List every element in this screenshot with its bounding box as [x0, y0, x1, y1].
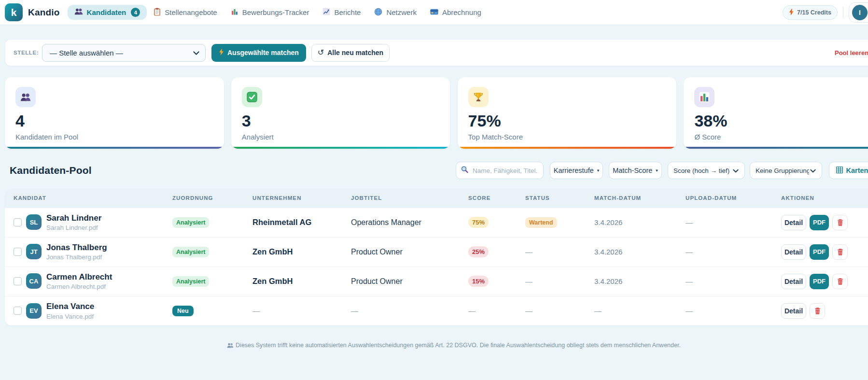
delete-button[interactable] [832, 274, 848, 289]
zuordnung-badge: Analysiert [172, 276, 209, 287]
trash-icon [837, 249, 843, 255]
candidate-avatar: SL [26, 214, 42, 230]
filter-karrierestufe-button[interactable]: Karrierestufe ▾ [550, 162, 603, 179]
stat-label: Top Match-Score [468, 133, 666, 141]
detail-button[interactable]: Detail [781, 215, 806, 230]
delete-button[interactable] [810, 303, 825, 319]
stat-value: 4 [15, 113, 213, 129]
logo-letter: k [11, 7, 17, 18]
bar-chart-icon [231, 8, 238, 17]
clear-pool-button[interactable]: Pool leeren [835, 49, 868, 56]
sort-select[interactable]: Score (hoch → tief) [668, 162, 745, 179]
candidate-row-elena-vance: EV Elena Vance Elena Vance.pdf Neu — — —… [5, 296, 868, 325]
status-value: — [525, 277, 532, 285]
users-icon [15, 87, 36, 107]
lightning-icon [219, 48, 224, 57]
nav-item-kandidaten[interactable]: Kandidaten 4 [68, 5, 147, 20]
trophy-icon [468, 87, 489, 107]
nav-item-bewerbungs-tracker[interactable]: Bewerbungs-Tracker [224, 5, 316, 20]
nav-item-label: Stellenangebote [165, 8, 217, 16]
upload-date: — [686, 307, 693, 315]
nav-item-label: Berichte [334, 8, 361, 16]
topbar-divider [843, 7, 843, 18]
candidate-row-jonas-thalberg: JT Jonas Thalberg Jonas Thalberg.pdf Ana… [5, 237, 868, 267]
stat-accent-bar [458, 147, 677, 149]
pool-title: Kandidaten-Pool [10, 165, 92, 176]
topbar: k Kandio Kandidaten 4 Stellenangebote [0, 0, 868, 25]
candidates-table: KANDIDAT ZUORDNUNG UNTERNEHMEN JOBTITEL … [5, 189, 868, 325]
trash-icon [837, 219, 843, 226]
match-date: 3.4.2026 [594, 248, 622, 256]
nav-item-stellenangebote[interactable]: Stellenangebote [147, 5, 224, 20]
view-karten-button[interactable]: Karten [829, 162, 868, 179]
search-input[interactable] [456, 162, 544, 179]
stat-label: Ø Score [694, 133, 868, 141]
col-header-status: STATUS [525, 189, 594, 208]
trash-icon [837, 278, 843, 285]
stat-accent-bar [5, 147, 224, 149]
stat-card-avg-score: 38% Ø Score [684, 77, 868, 149]
app-logo[interactable]: k [5, 3, 23, 21]
view-karten-label: Karten [846, 167, 868, 174]
nav-item-abrechnung[interactable]: Abrechnung [423, 5, 488, 19]
candidates-table-card: KANDIDAT ZUORDNUNG UNTERNEHMEN JOBTITEL … [5, 189, 868, 325]
rematch-all-button[interactable]: ↺ Alle neu matchen [311, 44, 390, 62]
credit-card-icon [430, 8, 438, 16]
stats-row: 4 Kandidaten im Pool 3 Analysiert 75% To… [5, 77, 868, 149]
match-toolbar: STELLE: — Stelle auswählen — Ausgewählte… [5, 39, 868, 66]
col-header-kandidat: KANDIDAT [5, 189, 172, 208]
stelle-select-wrap: — Stelle auswählen — [42, 44, 206, 62]
nav-item-netzwerk[interactable]: Netzwerk [367, 5, 423, 20]
sort-select-wrap: Score (hoch → tief) [668, 162, 745, 179]
filter-match-score-button[interactable]: Match-Score ▾ [609, 162, 662, 179]
candidate-name: Carmen Albrecht [46, 272, 112, 282]
nav-item-label: Abrechnung [442, 8, 481, 16]
upload-date: — [686, 277, 693, 285]
credits-pill[interactable]: 7/15 Credits [783, 5, 838, 20]
detail-button[interactable]: Detail [781, 303, 806, 319]
job-title: — [351, 307, 358, 315]
user-menu[interactable]: I [849, 2, 868, 23]
row-checkbox[interactable] [14, 218, 22, 226]
col-header-zuordnung: ZUORDNUNG [172, 189, 252, 208]
candidate-file: Elena Vance.pdf [46, 313, 94, 320]
detail-button[interactable]: Detail [781, 274, 806, 289]
app-title: Kandio [28, 7, 60, 18]
stat-card-top-match-score: 75% Top Match-Score [458, 77, 677, 149]
user-avatar[interactable]: I [852, 5, 868, 20]
delete-button[interactable] [832, 215, 848, 230]
upload-date: — [686, 218, 693, 226]
group-select[interactable]: Keine Gruppierung [750, 162, 822, 179]
users-icon [227, 343, 234, 348]
company-name: Rheinmetall AG [252, 218, 311, 226]
company-name: Zen GmbH [252, 247, 293, 256]
candidate-file: Sarah Lindner.pdf [46, 224, 101, 231]
pdf-button[interactable]: PDF [810, 274, 829, 289]
pdf-button[interactable]: PDF [810, 215, 829, 230]
detail-button[interactable]: Detail [781, 244, 806, 260]
col-header-match-datum: MATCH-DATUM [594, 189, 686, 208]
search-icon [461, 166, 468, 175]
score-badge: 15% [468, 276, 489, 287]
match-selected-button[interactable]: Ausgewählte matchen [211, 44, 306, 62]
job-title: Product Owner [351, 248, 403, 256]
table-header: KANDIDAT ZUORDNUNG UNTERNEHMEN JOBTITEL … [5, 189, 868, 208]
delete-button[interactable] [832, 244, 848, 260]
nav-item-berichte[interactable]: Berichte [316, 5, 367, 20]
nav-item-label: Netzwerk [386, 8, 417, 16]
stat-value: 75% [468, 113, 666, 129]
candidate-row-sarah-lindner: SL Sarah Lindner Sarah Lindner.pdf Analy… [5, 208, 868, 237]
candidate-row-carmen-albrecht: CA Carmen Albrecht Carmen Albrecht.pdf A… [5, 267, 868, 296]
row-checkbox[interactable] [14, 248, 22, 256]
stat-value: 3 [242, 113, 440, 129]
caret-down-icon: ▾ [656, 168, 658, 173]
stat-label: Analysiert [242, 133, 440, 141]
stat-card-analysiert: 3 Analysiert [231, 77, 450, 149]
stat-value: 38% [694, 113, 868, 129]
pdf-button[interactable]: PDF [810, 244, 829, 260]
row-checkbox[interactable] [14, 307, 22, 315]
row-checkbox[interactable] [14, 277, 22, 285]
table-body: SL Sarah Lindner Sarah Lindner.pdf Analy… [5, 208, 868, 325]
stelle-select[interactable]: — Stelle auswählen — [42, 44, 206, 62]
col-header-upload-datum: UPLOAD-DATUM [686, 189, 781, 208]
